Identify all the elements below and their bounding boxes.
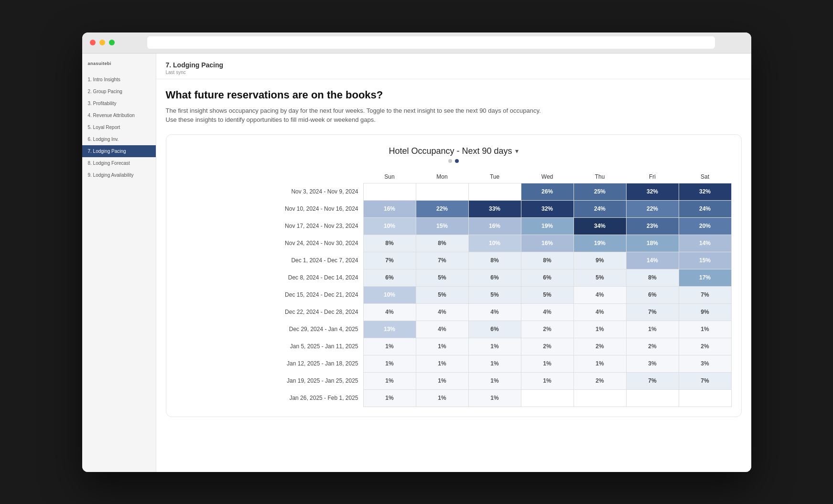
chart-card: Hotel Occupancy - Next 90 days ▾ SunMonT…: [166, 134, 742, 417]
table-row: Dec 29, 2024 - Jan 4, 202513%4%6%2%1%1%1…: [176, 321, 732, 338]
cell-0-3: 26%: [521, 183, 573, 200]
cell-3-6: 14%: [679, 235, 731, 252]
cell-2-6: 20%: [679, 217, 731, 235]
cell-6-0: 10%: [363, 286, 416, 303]
cell-5-1: 5%: [416, 269, 468, 286]
chart-title: Hotel Occupancy - Next 90 days: [389, 146, 512, 156]
page-title: 7. Lodging Pacing: [166, 61, 742, 69]
maximize-button[interactable]: [109, 40, 115, 45]
sidebar-item-0[interactable]: 1. Intro Insights: [82, 74, 156, 86]
cell-3-0: 8%: [363, 235, 416, 252]
cell-9-1: 1%: [416, 338, 468, 355]
col-header-fri: Fri: [626, 171, 679, 183]
cell-4-2: 8%: [468, 252, 521, 269]
main-content: 7. Lodging Pacing Last sync What future …: [156, 54, 751, 472]
sidebar-item-7[interactable]: 8. Lodging Forecast: [82, 157, 156, 169]
cell-10-3: 1%: [521, 355, 573, 372]
row-label-3: Nov 24, 2024 - Nov 30, 2024: [176, 235, 364, 252]
cell-7-2: 4%: [468, 303, 521, 321]
minimize-button[interactable]: [99, 40, 105, 45]
cell-10-0: 1%: [363, 355, 416, 372]
sidebar-item-1[interactable]: 2. Group Pacing: [82, 86, 156, 97]
sidebar-item-8[interactable]: 9. Lodging Availability: [82, 169, 156, 181]
cell-9-2: 1%: [468, 338, 521, 355]
cell-8-2: 6%: [468, 321, 521, 338]
cell-2-0: 10%: [363, 217, 416, 235]
table-row: Dec 1, 2024 - Dec 7, 20247%7%8%8%9%14%15…: [176, 252, 732, 269]
sidebar-item-3[interactable]: 4. Revenue Attribution: [82, 109, 156, 121]
row-label-0: Nov 3, 2024 - Nov 9, 2024: [176, 183, 364, 200]
row-label-12: Jan 26, 2025 - Feb 1, 2025: [176, 389, 364, 407]
cell-7-6: 9%: [679, 303, 731, 321]
cell-9-0: 1%: [363, 338, 416, 355]
cell-6-1: 5%: [416, 286, 468, 303]
sidebar: anasuitebi 1. Intro Insights2. Group Pac…: [82, 54, 156, 472]
cell-1-4: 24%: [573, 200, 626, 217]
cell-12-1: 1%: [416, 389, 468, 407]
table-row: Dec 22, 2024 - Dec 28, 20244%4%4%4%4%7%9…: [176, 303, 732, 321]
table-row: Jan 12, 2025 - Jan 18, 20251%1%1%1%1%3%3…: [176, 355, 732, 372]
cell-1-3: 32%: [521, 200, 573, 217]
table-row: Nov 24, 2024 - Nov 30, 20248%8%10%16%19%…: [176, 235, 732, 252]
col-header-empty: [176, 171, 364, 183]
cell-12-6: [679, 389, 731, 407]
address-bar[interactable]: [147, 36, 715, 49]
table-row: Nov 10, 2024 - Nov 16, 202416%22%33%32%2…: [176, 200, 732, 217]
cell-0-2: [468, 183, 521, 200]
carousel-dot-0[interactable]: [448, 159, 452, 163]
row-label-9: Jan 5, 2025 - Jan 11, 2025: [176, 338, 364, 355]
col-header-wed: Wed: [521, 171, 573, 183]
table-row: Dec 8, 2024 - Dec 14, 20246%5%6%6%5%8%17…: [176, 269, 732, 286]
page-header: 7. Lodging Pacing Last sync: [156, 54, 751, 79]
carousel-dot-1[interactable]: [455, 159, 459, 163]
card-container: What future reservations are on the book…: [156, 79, 751, 427]
cell-12-4: [573, 389, 626, 407]
table-row: Dec 15, 2024 - Dec 21, 202410%5%5%5%4%6%…: [176, 286, 732, 303]
cell-11-2: 1%: [468, 372, 521, 389]
cell-9-3: 2%: [521, 338, 573, 355]
cell-11-3: 1%: [521, 372, 573, 389]
cell-1-0: 16%: [363, 200, 416, 217]
cell-0-5: 32%: [626, 183, 679, 200]
row-label-2: Nov 17, 2024 - Nov 23, 2024: [176, 217, 364, 235]
row-label-8: Dec 29, 2024 - Jan 4, 2025: [176, 321, 364, 338]
cell-10-4: 1%: [573, 355, 626, 372]
cell-3-1: 8%: [416, 235, 468, 252]
sidebar-item-6[interactable]: 7. Lodging Pacing: [82, 145, 156, 157]
cell-5-2: 6%: [468, 269, 521, 286]
cell-7-0: 4%: [363, 303, 416, 321]
sidebar-item-2[interactable]: 3. Profitability: [82, 97, 156, 109]
cell-1-5: 22%: [626, 200, 679, 217]
cell-6-4: 4%: [573, 286, 626, 303]
row-label-1: Nov 10, 2024 - Nov 16, 2024: [176, 200, 364, 217]
cell-4-3: 8%: [521, 252, 573, 269]
cell-8-3: 2%: [521, 321, 573, 338]
sidebar-item-5[interactable]: 6. Lodging Inv.: [82, 133, 156, 145]
sidebar-logo: anasuitebi: [82, 61, 156, 74]
col-header-sat: Sat: [679, 171, 731, 183]
cell-9-4: 2%: [573, 338, 626, 355]
cell-5-3: 6%: [521, 269, 573, 286]
chart-title-row: Hotel Occupancy - Next 90 days ▾: [176, 146, 732, 156]
cell-3-3: 16%: [521, 235, 573, 252]
cell-10-5: 3%: [626, 355, 679, 372]
cell-2-5: 23%: [626, 217, 679, 235]
cell-11-5: 7%: [626, 372, 679, 389]
cell-10-6: 3%: [679, 355, 731, 372]
cell-12-5: [626, 389, 679, 407]
mac-titlebar: [82, 32, 751, 54]
breadcrumb: Last sync: [166, 70, 742, 75]
cell-11-4: 2%: [573, 372, 626, 389]
cell-0-0: [363, 183, 416, 200]
sidebar-item-4[interactable]: 5. Loyal Report: [82, 121, 156, 133]
cell-7-5: 7%: [626, 303, 679, 321]
section-heading: What future reservations are on the book…: [166, 89, 742, 101]
cell-8-0: 13%: [363, 321, 416, 338]
row-label-4: Dec 1, 2024 - Dec 7, 2024: [176, 252, 364, 269]
row-label-11: Jan 19, 2025 - Jan 25, 2025: [176, 372, 364, 389]
close-button[interactable]: [90, 40, 96, 45]
cell-10-2: 1%: [468, 355, 521, 372]
cell-7-1: 4%: [416, 303, 468, 321]
chart-dropdown-icon[interactable]: ▾: [515, 147, 519, 155]
cell-5-0: 6%: [363, 269, 416, 286]
